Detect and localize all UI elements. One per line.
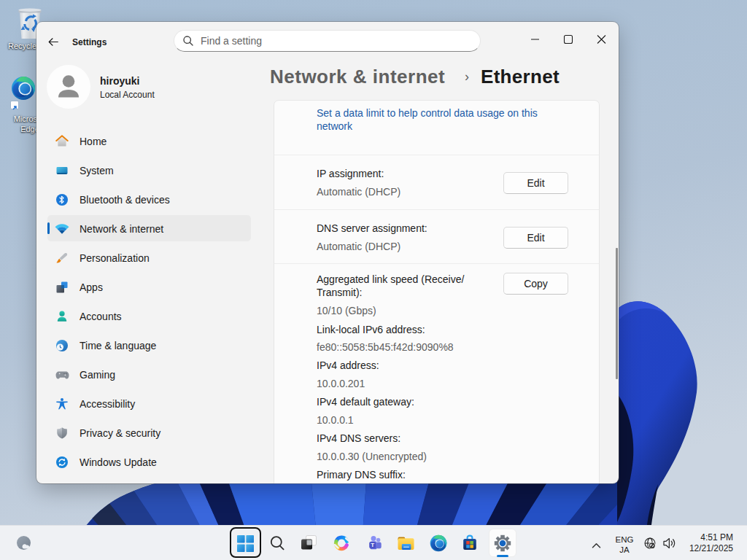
svg-text:T: T (371, 542, 374, 548)
